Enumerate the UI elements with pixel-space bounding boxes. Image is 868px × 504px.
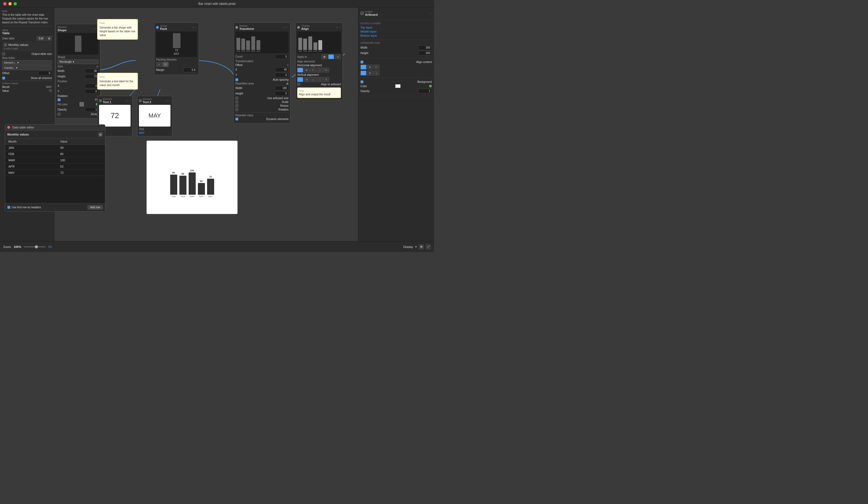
shape-properties: Shape Rectangle ▾ Size ⊞ Width Height Po… (58, 56, 99, 116)
pack-month-label: MAY (174, 52, 179, 55)
dte-empty-space (5, 176, 105, 203)
shape-x-input[interactable] (85, 84, 99, 88)
show-all-columns-checkbox[interactable] (2, 76, 5, 80)
h-align-buttons: ⊣ ⊕ ⊢ ↔ ⇔ (297, 68, 341, 72)
fit-button[interactable]: Fit (48, 245, 52, 248)
count-input[interactable] (275, 54, 289, 59)
use-first-row-checkbox[interactable] (7, 206, 10, 209)
right-panel: Output Artboard ··· Output layers Top la… (358, 8, 434, 241)
group-pack-node[interactable]: Group Pack ✓ ··· 72 MAY Packing directio… (154, 22, 199, 75)
transform-x-input[interactable] (275, 67, 289, 72)
align-to-artboard-checkbox[interactable] (297, 83, 300, 86)
pack-dir-btn-2[interactable]: ⊟ (163, 62, 168, 67)
dynamic-elements-checkbox[interactable] (235, 117, 238, 121)
minimize-button[interactable] (8, 2, 12, 6)
h-align-right[interactable]: ⊢ (310, 68, 316, 72)
cell-mar-month: MAR (5, 157, 57, 164)
h-align-4[interactable]: ↔ (317, 68, 323, 72)
add-row-button[interactable]: Add row (87, 205, 103, 210)
resize-checkbox[interactable] (235, 104, 238, 107)
top-layer-link[interactable]: Top layer (360, 26, 373, 29)
repeater-input-section: Repeater input Dynamic elements (235, 112, 289, 121)
left-offset-input[interactable] (38, 71, 52, 75)
grid-toggle[interactable]: ⊞ (419, 244, 424, 249)
apply-to-btn3[interactable]: ⊡ (335, 54, 341, 59)
output-table-size-checkbox[interactable] (2, 52, 5, 55)
ac-btn6[interactable]: ⊥ (373, 71, 380, 75)
transform-dropdown[interactable]: Transfor... ▾ (2, 65, 52, 70)
maximize-button[interactable] (13, 2, 17, 6)
cell-mar-value: 100 (57, 157, 105, 164)
data-desc: 2 cols 5 rows (3, 47, 51, 50)
element-index-dropdown[interactable]: Element i... ▾ (2, 60, 52, 65)
column-values-label: Column values (2, 82, 52, 85)
rep-height-input[interactable] (275, 91, 289, 96)
rotation-checkbox[interactable] (235, 108, 238, 111)
transform-y-input[interactable] (275, 73, 289, 78)
shape-dropdown[interactable]: Rectangle ▾ (58, 60, 99, 64)
change-align-node[interactable]: Change Align ✓ ··· JAN FEB MAR (295, 22, 343, 100)
use-artboard-checkbox[interactable] (235, 97, 238, 100)
artboard-height-input[interactable] (418, 51, 432, 55)
zoom-label: Zoom (3, 245, 11, 248)
align-content-checkbox[interactable] (360, 61, 363, 63)
fill-checkbox[interactable] (58, 98, 61, 101)
stroke-checkbox[interactable] (58, 113, 61, 116)
h-align-5[interactable]: ⇔ (323, 68, 329, 72)
opacity-input[interactable] (85, 107, 99, 112)
align-content-buttons2: ⊤ ⊟ ⊥ (360, 71, 432, 75)
dte-export-btn[interactable]: ⊞ (98, 132, 103, 137)
repeat-transform-node[interactable]: Repeat Transform ✓ ··· JAN FEB APR (234, 22, 290, 123)
ac-btn5[interactable]: ⊟ (367, 71, 373, 75)
apply-to-btn2[interactable]: ⊞ (328, 54, 334, 59)
auto-spacing-checkbox[interactable] (235, 78, 238, 81)
scale-checkbox[interactable] (235, 101, 238, 103)
v-align-mid[interactable]: ⊟ (304, 77, 310, 82)
edit-button[interactable]: Edit (37, 36, 45, 41)
dte-close-btn[interactable] (7, 126, 10, 129)
rep-width-input[interactable] (275, 86, 289, 90)
column-values-section: Column values Month MAY Value 72 (2, 81, 52, 92)
export-btn[interactable]: ⊞ (46, 36, 52, 41)
bg-color-swatch[interactable] (395, 84, 401, 88)
element-shape-node[interactable]: Element Shape ✓ ··· Shape Rectangle ▾ Si… (56, 24, 101, 119)
fullscreen-toggle[interactable]: ⤢ (426, 244, 431, 249)
ac-btn2[interactable]: ⊕ (367, 65, 373, 70)
v-align-4[interactable]: ↕ (317, 77, 323, 82)
shape-width-input[interactable] (85, 69, 99, 73)
bg-opacity-input[interactable] (418, 89, 432, 93)
left-note-section: Note This is the table with the chart da… (2, 10, 52, 24)
ac-btn1[interactable]: ⊣ (360, 65, 366, 70)
zoom-slider[interactable] (24, 246, 45, 247)
chart-col-feb: 85 FEB (179, 173, 186, 198)
shape-height-input[interactable] (85, 74, 99, 79)
h-align-center[interactable]: ⊕ (304, 68, 310, 72)
value-table-section: Value Table Data table Edit ⊞ ≡ Monthly … (2, 26, 52, 92)
pack-dir-btn-1[interactable]: ≡ (156, 62, 162, 67)
margin-input[interactable] (184, 68, 197, 72)
window-controls[interactable] (3, 2, 17, 6)
middle-layer-link[interactable]: Middle layer (360, 30, 376, 33)
shape-y-input[interactable] (85, 89, 99, 94)
bar-mar (189, 173, 196, 195)
zoom-thumb[interactable] (35, 245, 38, 248)
chart-col-may: 72 MAY (207, 175, 214, 198)
background-checkbox[interactable] (360, 80, 363, 83)
apply-to-btn1[interactable]: ▣ (321, 54, 327, 59)
element-text2-node[interactable]: T Element Text 2 ✓ ··· MAY Text MAY (137, 96, 172, 136)
display-section: Display ▾ ⊞ ⤢ (403, 244, 431, 249)
v-align-top[interactable]: ⊤ (297, 77, 303, 82)
note-text-label: Note Generate a text label for the value… (97, 73, 138, 90)
bottom-layer-link[interactable]: Bottom layer (360, 34, 377, 37)
fill-color-swatch[interactable] (80, 102, 84, 106)
ac-btn4[interactable]: ⊤ (360, 71, 366, 75)
h-align-left[interactable]: ⊣ (297, 68, 303, 72)
ac-btn3[interactable]: ⊢ (373, 65, 380, 70)
v-align-5[interactable]: ⇕ (323, 77, 329, 82)
shape-preview (58, 33, 99, 54)
close-button[interactable] (3, 2, 7, 6)
text1-preview: 72 (99, 105, 131, 126)
v-align-bot[interactable]: ⊥ (310, 77, 316, 82)
month-value: MAY (46, 85, 52, 89)
artboard-width-input[interactable] (418, 45, 432, 50)
